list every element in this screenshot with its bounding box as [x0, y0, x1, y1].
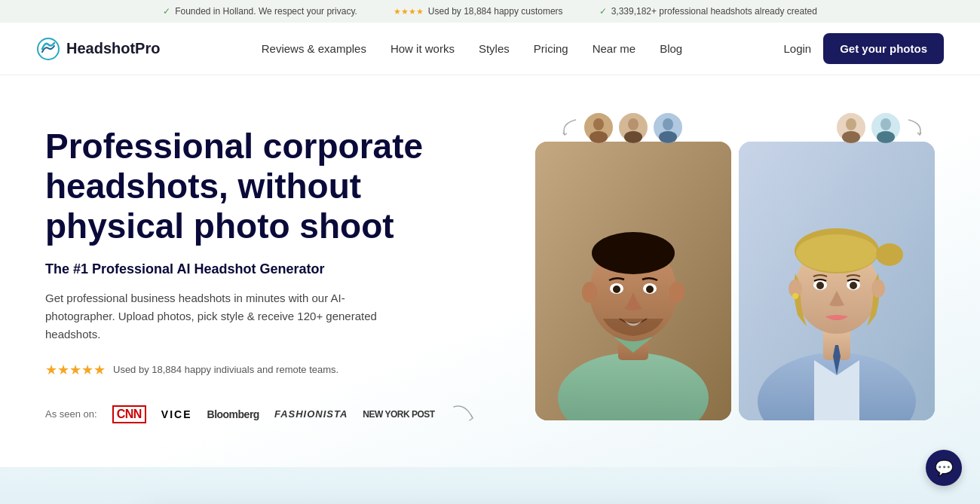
svg-point-21	[582, 282, 597, 303]
svg-point-8	[663, 118, 673, 130]
female-headshot	[739, 142, 935, 420]
banner-item-3: ✓ 3,339,182+ professional headshots alre…	[599, 6, 817, 17]
svg-point-20	[592, 232, 675, 274]
svg-point-39	[816, 282, 824, 289]
nav-actions: Login Get your photos	[783, 33, 944, 64]
left-thumbs	[557, 111, 684, 143]
nav-links: Reviews & examples How it works Styles P…	[262, 42, 683, 55]
thumb-3	[652, 111, 684, 143]
svg-point-5	[628, 118, 639, 130]
logo-icon	[36, 37, 60, 61]
svg-point-26	[646, 286, 654, 293]
press-vice: VICE	[161, 408, 192, 420]
nav-pricing[interactable]: Pricing	[534, 42, 568, 55]
right-arrow-icon	[905, 116, 927, 139]
svg-point-15	[877, 131, 895, 143]
press-label: As seen on:	[45, 408, 97, 420]
svg-point-35	[871, 279, 885, 298]
svg-point-40	[850, 282, 857, 289]
nav-near-me[interactable]: Near me	[593, 42, 636, 55]
female-person-svg	[739, 142, 935, 420]
svg-point-32	[796, 234, 877, 272]
svg-point-14	[880, 118, 891, 130]
chat-bubble[interactable]: 💬	[926, 450, 962, 486]
svg-point-11	[846, 118, 856, 130]
star-icon-2: ★★★★	[394, 7, 424, 17]
svg-point-9	[659, 131, 677, 143]
svg-point-36	[792, 293, 798, 299]
hero-stars: ★★★★★	[45, 362, 106, 378]
nav-reviews[interactable]: Reviews & examples	[262, 42, 366, 55]
male-headshot	[535, 142, 731, 420]
logo[interactable]: HeadshotPro	[36, 37, 160, 61]
headshot-cards	[535, 142, 935, 420]
banner-item-2: ★★★★ Used by 18,884 happy customers	[394, 6, 563, 17]
male-person-svg	[535, 142, 731, 420]
banner-item-1: ✓ Founded in Holland. We respect your pr…	[163, 6, 357, 17]
svg-point-25	[613, 286, 620, 293]
logo-text: HeadshotPro	[66, 40, 160, 57]
banner-text-1: Founded in Holland. We respect your priv…	[175, 6, 357, 17]
nav-blog[interactable]: Blog	[660, 42, 682, 55]
svg-point-3	[590, 131, 608, 143]
hero-section: Professional corporate headshots, withou…	[0, 75, 980, 467]
press-nypost: NEW YORK POST	[363, 409, 434, 420]
press-logos: CNN VICE Bloomberg FASHIONISTA NEW YORK …	[112, 399, 480, 429]
banner-text-3: 3,339,182+ professional headshots alread…	[611, 6, 817, 17]
login-button[interactable]: Login	[783, 42, 811, 55]
svg-point-6	[624, 131, 642, 143]
check-icon-3: ✓	[599, 6, 607, 17]
press-row: As seen on: CNN VICE Bloomberg FASHIONIS…	[45, 399, 504, 429]
svg-point-33	[876, 243, 903, 266]
svg-point-22	[669, 282, 684, 303]
hero-images	[534, 111, 935, 467]
hero-subtitle: The #1 Professional AI Headshot Generato…	[45, 261, 504, 277]
thumb-1	[583, 111, 614, 143]
svg-point-12	[842, 131, 860, 143]
right-thumbs	[835, 111, 927, 143]
hero-content: Professional corporate headshots, withou…	[45, 111, 534, 467]
left-arrow-icon	[557, 116, 580, 139]
hero-title: Professional corporate headshots, withou…	[45, 127, 504, 246]
hero-description: Get professional business headshots in m…	[45, 289, 407, 344]
press-bloomberg: Bloomberg	[207, 408, 259, 420]
rating-row: ★★★★★ Used by 18,884 happy indiviuals an…	[45, 362, 504, 378]
press-fashionista: FASHIONISTA	[274, 408, 348, 420]
chat-icon: 💬	[935, 459, 954, 477]
press-cnn: CNN	[112, 405, 146, 423]
nav-styles[interactable]: Styles	[479, 42, 510, 55]
check-icon-1: ✓	[163, 6, 170, 17]
get-photos-button[interactable]: Get your photos	[823, 33, 944, 64]
nav-how-it-works[interactable]: How it works	[390, 42, 455, 55]
thumb-5	[870, 111, 902, 143]
svg-point-2	[593, 118, 604, 130]
arrow-curved-icon	[450, 399, 480, 429]
top-banner: ✓ Founded in Holland. We respect your pr…	[0, 0, 980, 23]
hero-rating-text: Used by 18,884 happy indiviuals and remo…	[113, 364, 338, 375]
thumb-2	[617, 111, 649, 143]
form-section-wrapper: Company name Team size Create your team …	[0, 467, 980, 504]
banner-text-2: Used by 18,884 happy customers	[428, 6, 563, 17]
navbar: HeadshotPro Reviews & examples How it wo…	[0, 23, 980, 75]
thumb-4	[835, 111, 867, 143]
